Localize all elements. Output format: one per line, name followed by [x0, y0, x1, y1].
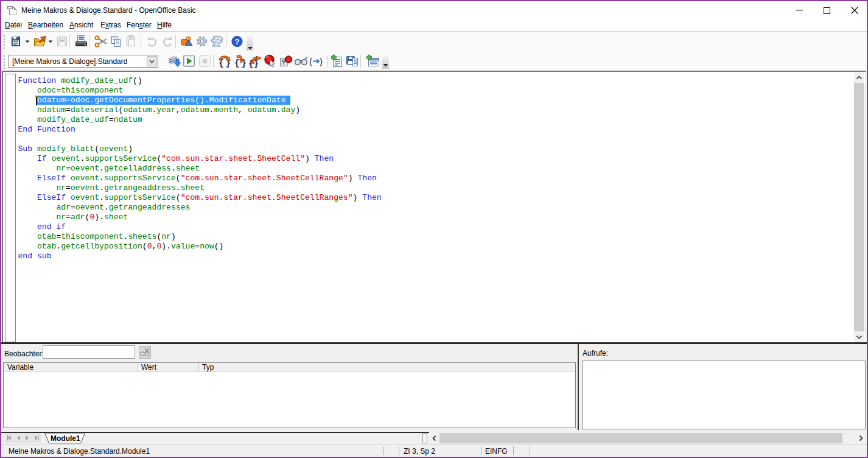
svg-text:): ) [320, 56, 323, 66]
svg-text:?: ? [235, 37, 240, 46]
svg-text:{: { [234, 58, 240, 68]
svg-text:(: ( [309, 56, 312, 66]
